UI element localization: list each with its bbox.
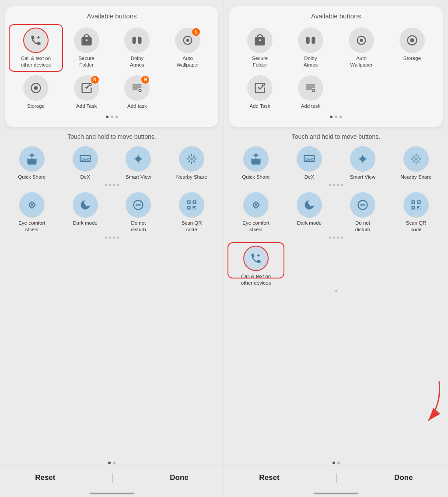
badge-n-add-task-left: N (91, 76, 99, 84)
done-button-left[interactable]: Done (157, 472, 202, 484)
svg-point-37 (360, 157, 364, 161)
active-label-quick-share-left: Quick Share (18, 174, 46, 180)
active-label-smart-view-right: Smart View (350, 174, 376, 180)
dot-r-2 (335, 116, 337, 118)
active-call-text-right[interactable]: Call & text onother devices (229, 244, 283, 288)
active-smart-view-right[interactable]: Smart View (336, 145, 389, 182)
btn-auto-wallpaper-right[interactable]: AutoWallpaper (336, 26, 387, 70)
btn-label-dolby-left: DolbyAtmos (130, 55, 144, 68)
add-task2-icon-left: N (124, 75, 150, 101)
active-dex-right[interactable]: DeX DeX (283, 145, 336, 182)
secure-folder-icon-left (74, 28, 99, 53)
done-button-right[interactable]: Done (381, 472, 426, 484)
active-page-dots-left (5, 462, 218, 464)
dolby-icon-left (124, 28, 150, 53)
btn-dolby-right[interactable]: DolbyAtmos (285, 26, 336, 70)
divider-left (112, 473, 113, 483)
dot-r-3 (340, 116, 342, 118)
dot-2 (111, 116, 113, 118)
svg-point-14 (31, 204, 33, 206)
row-dots-1-left (5, 184, 218, 186)
active-dark-mode-left[interactable]: Dark mode (59, 190, 112, 235)
dark-mode-icon-left (73, 192, 98, 218)
active-smart-view-left[interactable]: Smart View (112, 145, 165, 182)
active-nearby-share-left[interactable]: Nearby Share (165, 145, 218, 182)
btn-storage-right[interactable]: Storage (387, 26, 438, 70)
btn-call-text-left[interactable]: Call & text onother devices (10, 26, 61, 70)
eye-comfort-icon-left (19, 192, 45, 218)
svg-rect-51 (413, 207, 414, 208)
reset-button-right[interactable]: Reset (246, 472, 292, 484)
svg-point-6 (34, 86, 38, 90)
active-dex-left[interactable]: DeX DeX (59, 145, 112, 182)
touch-hint-right: Touch and hold to move buttons. (229, 133, 443, 140)
btn-add-task2-left[interactable]: N Add task (112, 74, 163, 111)
svg-rect-25 (188, 207, 190, 208)
quick-share-icon-left (19, 146, 45, 172)
dex-icon-right: DeX (297, 146, 322, 172)
active-eye-comfort-left[interactable]: Eye comfortshield (5, 190, 59, 235)
badge-n-add-task2-left: N (141, 76, 149, 84)
active-dnd-right[interactable]: Do notdisturb (336, 190, 389, 235)
touch-section-left: Touch and hold to move buttons. Quick Sh… (0, 127, 224, 465)
row-dots-2-left (5, 236, 218, 239)
quick-share-icon-right (243, 146, 269, 172)
home-indicator-left (90, 493, 134, 494)
active-label-smart-view-left: Smart View (126, 174, 151, 180)
auto-wallpaper-icon-right (349, 28, 374, 53)
btn-label-secure-folder-left: SecureFolder (78, 55, 94, 68)
btn-label-storage-right: Storage (403, 55, 421, 62)
available-dots-right (233, 116, 439, 118)
active-label-eye-comfort-right: Eye comfortshield (242, 220, 269, 233)
active-label-dark-mode-right: Dark mode (297, 220, 322, 226)
available-grid-right: SecureFolder DolbyAtmos AutoWallpaper (233, 26, 439, 70)
active-quick-share-right[interactable]: Quick Share (229, 145, 283, 182)
eye-comfort-icon-right (243, 192, 269, 218)
btn-add-task-right[interactable]: Add Task (234, 74, 285, 111)
btn-label-add-task-left: Add Task (76, 103, 97, 109)
left-panel: Available buttons Call & text onother de… (0, 0, 224, 497)
add-task-icon-left: N (74, 75, 99, 101)
btn-add-task2-right[interactable]: Add task (285, 74, 336, 111)
active-nearby-share-right[interactable]: Nearby Share (389, 145, 443, 182)
active-label-quick-share-right: Quick Share (242, 174, 270, 180)
available-section-right: Available buttons SecureFolder DolbyAtmo… (229, 6, 443, 127)
add-task2-icon-right (298, 75, 323, 101)
available-section-left: Available buttons Call & text onother de… (5, 6, 218, 127)
btn-label-add-task2-left: Add task (127, 103, 147, 109)
btn-secure-folder-left[interactable]: SecureFolder (61, 26, 112, 70)
available-grid-left-row2: Storage N Add Task N Add task (9, 74, 215, 111)
qr-icon-left (179, 192, 204, 218)
svg-rect-1 (138, 37, 142, 44)
btn-auto-wallpaper-left[interactable]: N AutoWallpaper (162, 26, 213, 70)
touch-section-right: Touch and hold to move buttons. Quick Sh… (224, 127, 448, 465)
active-page-dots-right (229, 462, 443, 464)
secure-folder-icon-right (247, 28, 273, 53)
dark-mode-icon-right (297, 192, 322, 218)
btn-secure-folder-right[interactable]: SecureFolder (234, 26, 285, 70)
divider-right (336, 473, 337, 483)
reset-button-left[interactable]: Reset (22, 472, 68, 484)
active-label-call-text-right: Call & text onother devices (241, 273, 271, 286)
btn-add-task-left[interactable]: N Add Task (61, 74, 112, 111)
active-grid-right-row1: Quick Share DeX DeX Smart View Nearby Sh… (229, 145, 443, 182)
active-eye-comfort-right[interactable]: Eye comfortshield (229, 190, 283, 235)
available-grid-right-row2: Add Task Add task (233, 74, 439, 111)
btn-label-secure-folder-right: SecureFolder (252, 55, 268, 68)
svg-rect-46 (420, 208, 420, 209)
badge-n-left: N (192, 28, 200, 36)
active-dark-mode-right[interactable]: Dark mode (283, 190, 336, 235)
dot-r-1 (330, 116, 332, 118)
active-label-dnd-left: Do notdisturb (131, 220, 146, 233)
active-qr-right[interactable]: Scan QRcode (389, 190, 443, 235)
add-task-icon-right (247, 75, 273, 101)
svg-rect-49 (413, 201, 414, 203)
nearby-share-icon-right (403, 146, 429, 172)
active-quick-share-left[interactable]: Quick Share (5, 145, 59, 182)
btn-dolby-left[interactable]: DolbyAtmos (112, 26, 163, 70)
active-dnd-left[interactable]: Do notdisturb (112, 190, 165, 235)
active-qr-left[interactable]: Scan QRcode (165, 190, 218, 235)
btn-label-add-task2-right: Add task (301, 103, 321, 109)
bottom-bar-left: Reset Done (0, 465, 224, 493)
btn-storage-left[interactable]: Storage (10, 74, 61, 111)
